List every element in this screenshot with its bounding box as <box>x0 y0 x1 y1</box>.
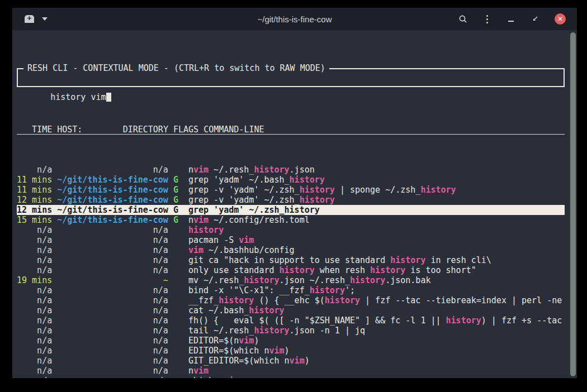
table-row[interactable]: n/an/a __fzf_history () { __ehc $(histor… <box>17 295 565 305</box>
minimize-icon[interactable] <box>506 15 515 23</box>
table-row[interactable]: n/an/a git ca "hack in support to use st… <box>17 255 565 265</box>
table-row[interactable]: n/an/a vim ~/.bashhub/config <box>17 245 565 255</box>
table-row[interactable]: n/an/a nvim <box>17 366 565 376</box>
table-row[interactable]: n/an/a fh() { eval $( ([ -n "$ZSH_NAME" … <box>17 315 565 326</box>
mode-label: RESH CLI - CONTEXTUAL MODE - (CTRL+R to … <box>23 63 329 73</box>
new-tab-icon[interactable] <box>25 15 34 23</box>
terminal-content: RESH CLI - CONTEXTUAL MODE - (CTRL+R to … <box>12 30 577 378</box>
table-row[interactable]: n/an/a nvim ~/.resh_history.json <box>17 165 565 175</box>
table-row[interactable]: n/an/a history <box>17 225 565 235</box>
table-row[interactable]: n/an/a EDITOR=$(which nvim) <box>17 346 565 356</box>
close-icon[interactable]: ✕ <box>555 13 566 25</box>
text-cursor <box>106 93 111 102</box>
table-row[interactable]: n/an/a only use standard history when re… <box>17 265 565 275</box>
table-row[interactable]: n/an/a GIT_EDITOR=$(which nvim) <box>17 356 565 366</box>
table-row[interactable]: n/an/a which nvim <box>17 376 565 378</box>
table-row[interactable]: n/an/a EDITOR=$(nvim) <box>17 336 565 346</box>
terminal-window: ~/git/this-is-fine-cow ✕ RESH CLI - CONT… <box>12 8 577 378</box>
table-row[interactable]: 15 mins~/git/this-is-fine-cowGnvim ~/.co… <box>17 215 565 225</box>
restore-icon[interactable] <box>531 15 539 23</box>
table-row[interactable]: 12 mins~/git/this-is-fine-cowGgrep 'yadm… <box>17 205 565 215</box>
history-rows: n/an/a nvim ~/.resh_history.json11 mins~… <box>17 165 565 378</box>
table-row[interactable]: 19 mins~ mv ~/.resh_history.json ~/.resh… <box>17 275 565 285</box>
titlebar: ~/git/this-is-fine-cow ✕ <box>12 8 577 30</box>
dropdown-caret-icon[interactable] <box>42 17 48 21</box>
table-row[interactable]: n/an/a pacman -S vim <box>17 235 565 245</box>
table-row[interactable]: 12 mins~/git/this-is-fine-cowGgrep -v 'y… <box>17 195 565 205</box>
table-row[interactable]: n/an/a cat ~/.bash_history <box>17 305 565 315</box>
search-query: history vim <box>50 92 106 102</box>
table-row[interactable]: n/an/a bind -x '"\C-x1": __fzf_history'; <box>17 285 565 295</box>
table-header: TIME HOST: DIRECTORY FLAGS COMMAND-LINE <box>17 125 565 135</box>
scrollbar-thumb[interactable] <box>570 32 576 376</box>
table-row[interactable]: n/an/a tail ~/.resh_history.json -n 1 | … <box>17 326 565 336</box>
search-icon[interactable] <box>458 15 467 23</box>
search-input[interactable]: RESH CLI - CONTEXTUAL MODE - (CTRL+R to … <box>17 68 565 87</box>
table-row[interactable]: 11 mins~/git/this-is-fine-cowGgrep -v 'y… <box>17 185 565 195</box>
table-row[interactable]: 11 mins~/git/this-is-fine-cowGgrep 'yadm… <box>17 175 565 185</box>
menu-kebab-icon[interactable] <box>482 15 491 23</box>
